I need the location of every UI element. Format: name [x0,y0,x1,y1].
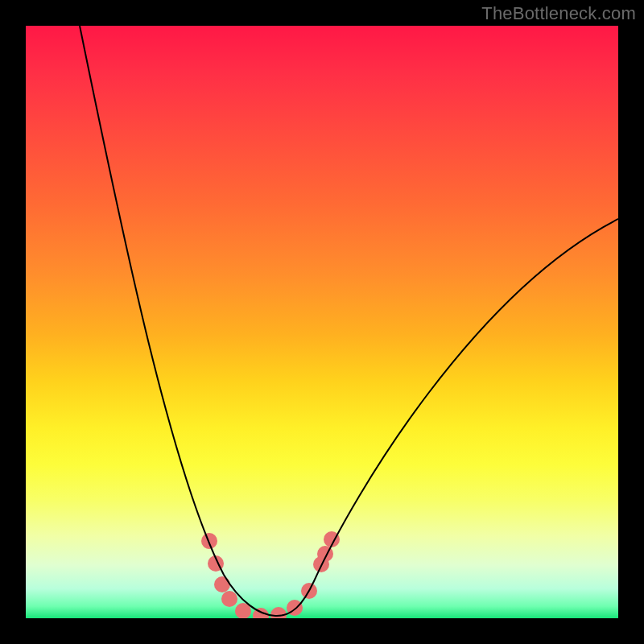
bottleneck-curve [26,26,618,618]
watermark-text: TheBottleneck.com [481,3,636,24]
plot-area [26,26,618,618]
chart-frame: TheBottleneck.com [0,0,644,644]
curve-path [80,26,618,616]
